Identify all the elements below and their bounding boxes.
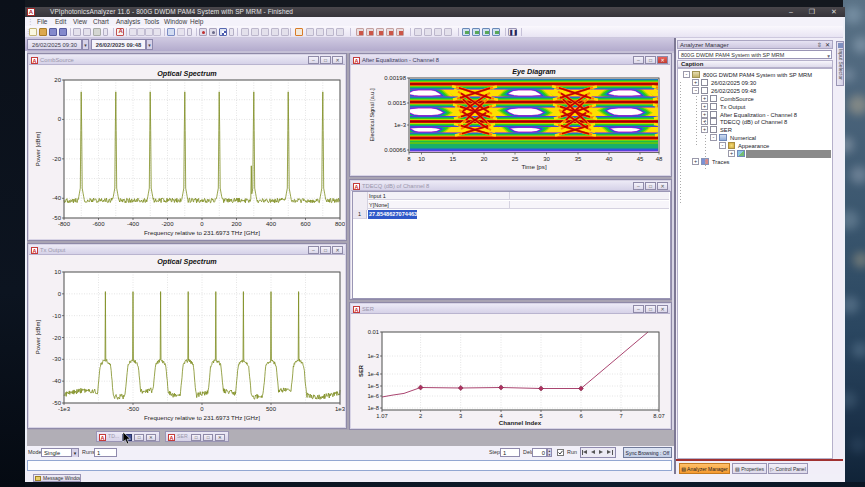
svg-text:Optical Spectrum: Optical Spectrum <box>157 69 217 78</box>
svg-text:7: 7 <box>619 413 622 419</box>
svg-text:Power [dBm]: Power [dBm] <box>35 132 41 167</box>
svg-text:10: 10 <box>418 156 425 162</box>
svg-text:Time [ps]: Time [ps] <box>521 163 546 170</box>
svg-text:40: 40 <box>606 156 613 162</box>
svg-text:-30: -30 <box>52 356 61 362</box>
svg-text:-1e3: -1e3 <box>58 406 71 412</box>
svg-text:25: 25 <box>512 156 519 162</box>
svg-text:1e-8: 1e-8 <box>367 405 379 411</box>
svg-text:Optical Spectrum: Optical Spectrum <box>157 257 217 266</box>
svg-text:Power [dBm]: Power [dBm] <box>35 320 41 355</box>
svg-text:-20: -20 <box>52 156 61 162</box>
svg-text:0.00198: 0.00198 <box>384 75 406 81</box>
svg-text:2: 2 <box>419 413 422 419</box>
svg-text:Frequency relative to 231.6973: Frequency relative to 231.6973 THz [GHz] <box>144 414 260 421</box>
svg-text:400: 400 <box>266 221 277 227</box>
svg-text:1.07: 1.07 <box>376 413 387 419</box>
svg-text:20: 20 <box>54 77 61 83</box>
svg-text:-10: -10 <box>52 313 61 319</box>
svg-text:3: 3 <box>459 413 462 419</box>
svg-text:1e3: 1e3 <box>335 406 345 412</box>
svg-text:800: 800 <box>335 221 345 227</box>
svg-text:30: 30 <box>543 156 550 162</box>
svg-text:-40: -40 <box>52 195 61 201</box>
svg-text:1e-3: 1e-3 <box>394 122 407 128</box>
svg-text:0.0015: 0.0015 <box>388 100 407 106</box>
svg-text:0: 0 <box>200 406 204 412</box>
svg-text:15: 15 <box>449 156 456 162</box>
svg-text:1e-3: 1e-3 <box>367 353 379 359</box>
svg-text:-500: -500 <box>127 406 140 412</box>
svg-text:-20: -20 <box>52 335 61 341</box>
svg-text:600: 600 <box>300 221 311 227</box>
svg-text:Eye Diagram: Eye Diagram <box>512 67 556 76</box>
svg-text:20: 20 <box>481 156 488 162</box>
svg-text:8: 8 <box>407 156 411 162</box>
svg-text:-200: -200 <box>161 221 174 227</box>
svg-text:200: 200 <box>231 221 242 227</box>
svg-text:0.00066: 0.00066 <box>384 147 406 153</box>
svg-text:48: 48 <box>656 156 663 162</box>
svg-text:45: 45 <box>637 156 644 162</box>
svg-text:8.07: 8.07 <box>653 413 664 419</box>
svg-text:6: 6 <box>579 413 582 419</box>
svg-text:-400: -400 <box>127 221 140 227</box>
svg-text:0: 0 <box>58 116 62 122</box>
svg-text:35: 35 <box>575 156 582 162</box>
svg-text:1e-4: 1e-4 <box>367 371 379 377</box>
svg-text:500: 500 <box>266 406 277 412</box>
svg-text:1e-6: 1e-6 <box>367 393 379 399</box>
svg-text:1e-5: 1e-5 <box>367 383 379 389</box>
svg-text:-600: -600 <box>92 221 105 227</box>
svg-text:Electrical Signal [a.u.]: Electrical Signal [a.u.] <box>369 88 375 141</box>
svg-text:Channel Index: Channel Index <box>499 419 542 426</box>
svg-text:Frequency relative to 231.6973: Frequency relative to 231.6973 THz [GHz] <box>144 229 260 236</box>
svg-text:0: 0 <box>58 291 62 297</box>
svg-text:10: 10 <box>54 269 61 275</box>
svg-text:0.01: 0.01 <box>368 329 379 335</box>
svg-text:SER: SER <box>358 364 364 377</box>
svg-text:-40: -40 <box>52 378 61 384</box>
svg-text:-800: -800 <box>58 221 71 227</box>
svg-text:0: 0 <box>200 221 204 227</box>
